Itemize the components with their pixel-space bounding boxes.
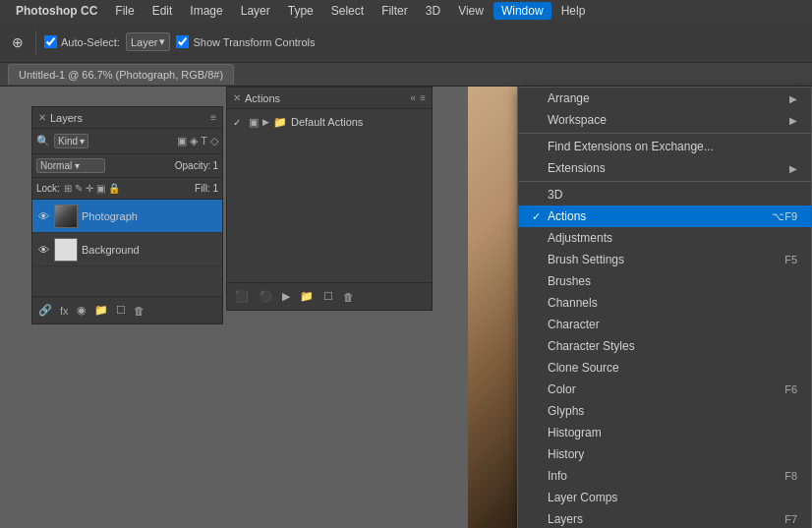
transform-controls-checkbox[interactable]: Show Transform Controls <box>176 35 315 48</box>
layer-thumbnail-photograph <box>54 205 78 228</box>
check-mark: ✓ <box>532 210 548 223</box>
delete-action-icon[interactable]: 🗑 <box>343 291 354 303</box>
chevron-down-icon: ▾ <box>75 160 80 171</box>
menu-item-adjustments[interactable]: Adjustments <box>518 227 811 249</box>
menubar: Photoshop CC File Edit Image Layer Type … <box>0 0 812 22</box>
menu-file[interactable]: File <box>107 2 142 20</box>
stop-icon[interactable]: ⬛ <box>235 290 249 303</box>
menu-item-character[interactable]: Character <box>518 314 811 335</box>
actions-panel-title: Actions <box>245 92 411 104</box>
filter-adjust-icon[interactable]: ◈ <box>190 135 198 147</box>
layers-empty-space <box>32 266 222 296</box>
filter-pixel-icon[interactable]: ▣ <box>177 135 187 147</box>
menu-item-extensions[interactable]: Extensions ▶ <box>518 157 811 179</box>
menu-item-channels-label: Channels <box>548 296 797 310</box>
actions-menu-icon[interactable]: ≡ <box>420 92 426 103</box>
menu-item-layer-comps[interactable]: Layer Comps <box>518 487 811 508</box>
new-set-icon[interactable]: 📁 <box>300 290 314 303</box>
actions-collapse-icon[interactable]: « <box>411 92 417 103</box>
document-tab[interactable]: Untitled-1 @ 66.7% (Photograph, RGB/8#) <box>8 64 234 85</box>
menu-item-layers[interactable]: Layers F7 <box>518 508 811 528</box>
lock-row: Lock: ⊞ ✎ ✛ ▣ 🔒 Fill: 1 <box>32 178 222 200</box>
menu-item-arrange-label: Arrange <box>548 91 789 105</box>
move-tool-icon: ⊕ <box>8 32 28 52</box>
menu-type[interactable]: Type <box>280 2 321 20</box>
menu-help[interactable]: Help <box>553 2 594 20</box>
menu-layer[interactable]: Layer <box>233 2 278 20</box>
record-icon[interactable]: ⚫ <box>259 290 272 303</box>
menu-item-arrange[interactable]: Arrange ▶ <box>518 88 811 109</box>
menu-item-color[interactable]: Color F6 <box>518 379 811 400</box>
menu-item-character-styles-label: Character Styles <box>548 339 797 353</box>
new-layer-icon[interactable]: ☐ <box>116 304 126 317</box>
layer-row-photograph[interactable]: 👁 Photograph <box>32 200 222 233</box>
auto-select-checkbox[interactable]: Auto-Select: <box>44 35 120 48</box>
layer-dropdown[interactable]: Layer ▾ <box>126 32 171 51</box>
menu-image[interactable]: Image <box>182 2 230 20</box>
menu-item-brush-settings[interactable]: Brush Settings F5 <box>518 249 811 270</box>
actions-close-icon[interactable]: ✕ <box>233 92 241 103</box>
link-layers-icon[interactable]: 🔗 <box>38 304 52 317</box>
menu-item-histogram[interactable]: Histogram <box>518 422 811 443</box>
blend-mode-dropdown[interactable]: Normal ▾ <box>36 158 105 173</box>
transform-controls-input[interactable] <box>176 35 189 48</box>
menu-item-workspace[interactable]: Workspace ▶ <box>518 109 811 131</box>
folder-icon: 📁 <box>273 116 287 129</box>
visibility-icon[interactable]: 👁 <box>36 244 50 256</box>
kind-dropdown[interactable]: Kind ▾ <box>54 134 88 148</box>
set-icon: ▣ <box>249 116 259 129</box>
layers-panel-footer: 🔗 fx ◉ 📁 ☐ 🗑 <box>32 296 222 323</box>
close-icon[interactable]: ✕ <box>38 112 46 123</box>
menu-item-3d[interactable]: 3D <box>518 184 811 205</box>
search-icon: 🔍 <box>36 135 50 147</box>
lock-artboard-icon[interactable]: ▣ <box>96 183 105 194</box>
layer-filter-icons: ▣ ◈ T ◇ <box>177 135 218 147</box>
menu-item-history[interactable]: History <box>518 443 811 465</box>
app-name[interactable]: Photoshop CC <box>8 2 105 20</box>
add-mask-icon[interactable]: ◉ <box>77 304 87 317</box>
lock-position-icon[interactable]: ✛ <box>86 183 93 194</box>
brush-settings-shortcut: F5 <box>784 254 797 265</box>
toolbar: ⊕ Auto-Select: Layer ▾ Show Transform Co… <box>0 22 812 63</box>
menu-item-clone-source[interactable]: Clone Source <box>518 357 811 379</box>
arrow-icon: ▶ <box>789 115 797 126</box>
menu-item-brushes[interactable]: Brushes <box>518 270 811 292</box>
menu-view[interactable]: View <box>450 2 492 20</box>
menu-item-actions-label: Actions <box>548 209 772 223</box>
menu-item-character-styles[interactable]: Character Styles <box>518 335 811 357</box>
menu-item-glyphs[interactable]: Glyphs <box>518 400 811 422</box>
tabbar: Untitled-1 @ 66.7% (Photograph, RGB/8#) <box>0 63 812 87</box>
filter-type-icon[interactable]: T <box>201 135 207 147</box>
menu-item-info[interactable]: Info F8 <box>518 465 811 487</box>
add-style-icon[interactable]: fx <box>60 305 69 317</box>
lock-paint-icon[interactable]: ✎ <box>75 183 83 194</box>
menu-item-actions[interactable]: ✓ Actions ⌥F9 <box>518 205 811 227</box>
layer-row-background[interactable]: 👁 Background <box>32 233 222 266</box>
menu-item-histogram-label: Histogram <box>548 426 797 440</box>
menu-separator-2 <box>518 181 811 182</box>
menu-window[interactable]: Window <box>493 2 551 20</box>
delete-layer-icon[interactable]: 🗑 <box>134 305 145 317</box>
visibility-icon[interactable]: 👁 <box>36 210 50 222</box>
menu-item-glyphs-label: Glyphs <box>548 404 797 418</box>
menu-select[interactable]: Select <box>323 2 372 20</box>
filter-shape-icon[interactable]: ◇ <box>210 135 218 147</box>
opacity-value[interactable]: 1 <box>212 160 218 171</box>
new-group-icon[interactable]: 📁 <box>94 304 108 317</box>
lock-transparent-icon[interactable]: ⊞ <box>64 183 72 194</box>
actions-row-default[interactable]: ✓ ▣ ▶ 📁 Default Actions <box>227 109 432 135</box>
menu-3d[interactable]: 3D <box>418 2 448 20</box>
actions-empty-space <box>227 135 432 282</box>
collapse-icon[interactable]: ▶ <box>262 117 269 127</box>
new-action-icon[interactable]: ☐ <box>323 290 333 303</box>
menu-item-extensions-exchange[interactable]: Find Extensions on Exchange... <box>518 136 811 157</box>
auto-select-input[interactable] <box>44 35 57 48</box>
panel-menu-icon[interactable]: ≡ <box>210 112 216 123</box>
lock-all-icon[interactable]: 🔒 <box>108 183 120 194</box>
menu-item-brush-settings-label: Brush Settings <box>548 253 784 266</box>
menu-item-character-label: Character <box>548 318 797 331</box>
menu-filter[interactable]: Filter <box>374 2 416 20</box>
menu-edit[interactable]: Edit <box>145 2 181 20</box>
play-icon[interactable]: ▶ <box>282 290 290 303</box>
menu-item-channels[interactable]: Channels <box>518 292 811 314</box>
